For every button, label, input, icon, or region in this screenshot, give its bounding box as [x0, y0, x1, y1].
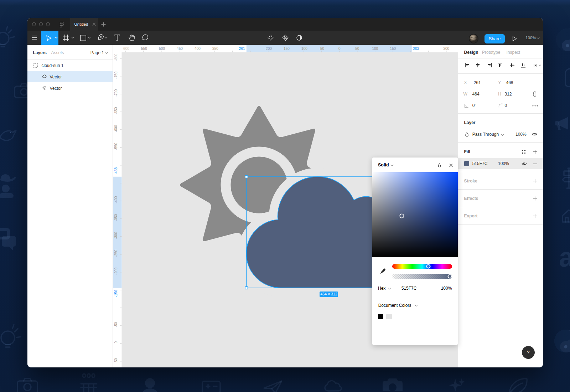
svg-text:-50: -50 [319, 46, 324, 50]
svg-text:-400: -400 [193, 46, 200, 50]
svg-text:-200: -200 [264, 46, 271, 50]
svg-text:-650: -650 [114, 107, 118, 114]
svg-text:-468: -468 [114, 167, 118, 174]
svg-text:-800: -800 [114, 53, 118, 61]
svg-text:100: 100 [372, 46, 378, 50]
svg-text:-156: -156 [114, 290, 118, 297]
svg-text:-600: -600 [122, 46, 129, 50]
svg-text:-550: -550 [140, 46, 147, 50]
svg-text:50: 50 [114, 358, 118, 362]
svg-text:-300: -300 [114, 232, 118, 239]
svg-text:-450: -450 [175, 46, 182, 50]
svg-text:-350: -350 [114, 214, 118, 221]
svg-text:-261: -261 [238, 46, 245, 50]
svg-text:a: a [559, 242, 570, 272]
svg-text:-100: -100 [300, 46, 307, 50]
svg-text:-400: -400 [114, 196, 118, 203]
svg-text:-350: -350 [211, 46, 218, 50]
svg-text:-700: -700 [114, 89, 118, 96]
svg-text:203: 203 [413, 46, 419, 50]
svg-text:-50: -50 [114, 322, 118, 327]
svg-text:-550: -550 [114, 143, 118, 150]
svg-text:0: 0 [114, 341, 118, 343]
svg-text:464 × 312: 464 × 312 [320, 292, 337, 296]
svg-text:-150: -150 [282, 46, 289, 50]
svg-text:50: 50 [355, 46, 359, 50]
svg-text:-200: -200 [114, 267, 118, 274]
svg-text:-250: -250 [114, 249, 118, 257]
svg-text:-750: -750 [114, 71, 118, 78]
svg-text:0: 0 [338, 46, 341, 50]
svg-text:-600: -600 [114, 125, 118, 132]
svg-text:150: 150 [390, 46, 396, 50]
svg-text:-500: -500 [157, 46, 165, 50]
svg-text:300: 300 [443, 46, 449, 50]
